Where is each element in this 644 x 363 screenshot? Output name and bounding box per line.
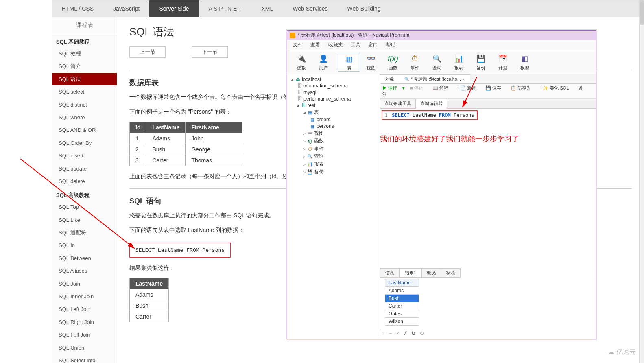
tree-backups[interactable]: 备份 [314, 168, 324, 175]
result-tab-status[interactable]: 状态 [441, 268, 461, 278]
tree-expand-icon[interactable]: ▷ [303, 170, 307, 174]
apply-button[interactable]: ✓ [396, 330, 400, 336]
tool-table[interactable]: ▦表 [338, 53, 360, 72]
sidebar-item-sql-and-or[interactable]: SQL AND & OR [52, 124, 117, 136]
saveas-button[interactable]: 📋 另存为 [511, 85, 535, 90]
sidebar-item-sql-join[interactable]: SQL Join [52, 278, 117, 290]
sidebar-item-sql-syntax[interactable]: SQL 语法 [52, 73, 117, 85]
sidebar-item-sql-wildcard[interactable]: SQL 通配符 [52, 226, 117, 239]
tool-schedule[interactable]: 📅计划 [492, 53, 514, 72]
tool-model[interactable]: ◧模型 [514, 53, 536, 72]
delete-row-button[interactable]: − [389, 330, 392, 336]
tree-views[interactable]: 视图 [314, 130, 324, 137]
tool-report[interactable]: 📊报表 [448, 53, 470, 72]
tool-connection[interactable]: 🔌连接 [290, 53, 312, 72]
tree-expand-icon[interactable]: ▷ [303, 155, 307, 159]
tool-query[interactable]: 🔍查询 [426, 53, 448, 72]
menu-file[interactable]: 文件 [290, 41, 306, 49]
menu-help[interactable]: 帮助 [383, 41, 399, 49]
sidebar-item-sql-right-join[interactable]: SQL Right Join [52, 316, 117, 328]
tree-events[interactable]: 事件 [314, 145, 324, 152]
result-row[interactable]: Carter [385, 302, 419, 310]
add-row-button[interactable]: + [382, 330, 385, 336]
result-row[interactable]: Wilson [385, 318, 419, 326]
tree-reports[interactable]: 报表 [314, 161, 324, 168]
menu-window[interactable]: 窗口 [365, 41, 381, 49]
new-button[interactable]: 📄 新建 [460, 85, 480, 90]
tree-collapse-icon[interactable]: ◢ [303, 111, 307, 115]
tree-db-test[interactable]: test [308, 103, 315, 108]
stop-button[interactable]: ⟲ [419, 330, 424, 336]
sidebar-item-sql-distinct[interactable]: SQL distinct [52, 98, 117, 111]
sidebar-item-sql-intro[interactable]: SQL 简介 [52, 60, 117, 72]
sidebar-item-sql-aliases[interactable]: SQL Aliases [52, 265, 117, 277]
result-row-selected[interactable]: Bush [385, 295, 419, 302]
prev-button[interactable]: 上一节 [129, 46, 166, 58]
tree-expand-icon[interactable]: ▷ [303, 147, 307, 151]
menu-tools[interactable]: 工具 [347, 41, 364, 49]
tree-table-orders[interactable]: orders [317, 117, 330, 122]
result-row[interactable]: Gates [385, 310, 419, 318]
tab-query[interactable]: 🔍* 无标题 @test (localho... × [399, 74, 470, 83]
tree-db[interactable]: mysql [303, 90, 316, 95]
tree-connection[interactable]: localhost [302, 77, 321, 82]
result-tab-info[interactable]: 信息 [380, 268, 399, 278]
topnav-html-css[interactable]: HTML / CSS [52, 0, 103, 17]
sidebar-item-sql-like[interactable]: SQL Like [52, 214, 117, 226]
tab-objects[interactable]: 对象 [380, 74, 399, 83]
tree-expand-icon[interactable]: ▷ [303, 139, 307, 143]
subtab-editor[interactable]: 查询编辑器 [416, 99, 447, 109]
page-scrollbar[interactable] [639, 0, 644, 363]
result-tab-result1[interactable]: 结果1 [399, 268, 421, 278]
sidebar-item-sql-tutorial[interactable]: SQL 教程 [52, 47, 117, 60]
sidebar-item-sql-where[interactable]: SQL where [52, 111, 117, 124]
save-button[interactable]: 💾 保存 [485, 85, 505, 90]
tree-functions[interactable]: 函数 [314, 138, 324, 144]
result-grid[interactable]: LastName Adams Bush Carter Gates Wilson [380, 278, 596, 329]
next-button[interactable]: 下一节 [192, 46, 228, 58]
topnav-aspnet[interactable]: A S P . N E T [199, 0, 252, 17]
tool-view[interactable]: 👓视图 [360, 53, 382, 72]
sidebar-item-sql-full-join[interactable]: SQL Full Join [52, 328, 117, 341]
sidebar-item-sql-insert[interactable]: SQL insert [52, 149, 117, 162]
subtab-builder[interactable]: 查询创建工具 [380, 99, 416, 108]
menu-view[interactable]: 查看 [307, 41, 323, 49]
topnav-javascript[interactable]: JavaScript [103, 0, 149, 17]
run-button[interactable]: ▶ 运行 ▾ [382, 85, 405, 90]
menu-favorites[interactable]: 收藏夹 [325, 41, 346, 49]
sidebar-item-sql-between[interactable]: SQL Between [52, 252, 117, 265]
close-icon[interactable]: × [463, 77, 465, 82]
connection-tree[interactable]: ◢🖧localhost 🗄information_schema 🗄mysql 🗄… [287, 74, 380, 337]
tree-collapse-icon[interactable]: ◢ [296, 103, 300, 107]
sidebar-item-sql-select[interactable]: SQL select [52, 85, 117, 98]
result-row[interactable]: Adams [385, 287, 419, 295]
tool-user[interactable]: 👤用户 [312, 53, 334, 72]
sidebar-item-sql-top[interactable]: SQL Top [52, 201, 117, 213]
sql-editor[interactable]: 1SELECT LastName FROM Persons [382, 110, 478, 120]
tree-db[interactable]: performance_schema [303, 96, 351, 102]
sidebar-item-sql-in[interactable]: SQL In [52, 239, 117, 251]
refresh-button[interactable]: ↻ [411, 330, 415, 336]
sidebar-item-sql-inner-join[interactable]: SQL Inner Join [52, 290, 117, 303]
tree-collapse-icon[interactable]: ◢ [290, 77, 295, 81]
topnav-server-side[interactable]: Server Side [149, 0, 199, 17]
tool-backup[interactable]: 💾备份 [470, 53, 492, 72]
topnav-web-services[interactable]: Web Services [283, 0, 337, 17]
sidebar-item-sql-delete[interactable]: SQL delete [52, 175, 117, 188]
tree-table-persons[interactable]: persons [317, 123, 334, 129]
stop-button[interactable]: ■ 停止 [410, 85, 427, 90]
sidebar-item-sql-update[interactable]: SQL update [52, 162, 117, 175]
cancel-button[interactable]: ✗ [404, 330, 408, 336]
tree-expand-icon[interactable]: ▷ [303, 131, 307, 136]
tree-db[interactable]: information_schema [303, 83, 347, 89]
topnav-web-building[interactable]: Web Building [337, 0, 390, 17]
window-titlebar[interactable]: * 无标题 @test (localhost) - 查询 - Navicat P… [287, 31, 596, 40]
result-tab-profile[interactable]: 概况 [421, 268, 441, 278]
tree-queries[interactable]: 查询 [314, 153, 324, 160]
scrollbar-thumb[interactable] [640, 0, 644, 25]
sidebar-item-sql-select-into[interactable]: SQL Select Into [52, 354, 117, 363]
tool-function[interactable]: f(x)函数 [382, 53, 404, 72]
tree-tables-folder[interactable]: 表 [314, 109, 319, 116]
result-col-header[interactable]: LastName [385, 279, 419, 287]
sidebar-item-sql-union[interactable]: SQL Union [52, 341, 117, 354]
